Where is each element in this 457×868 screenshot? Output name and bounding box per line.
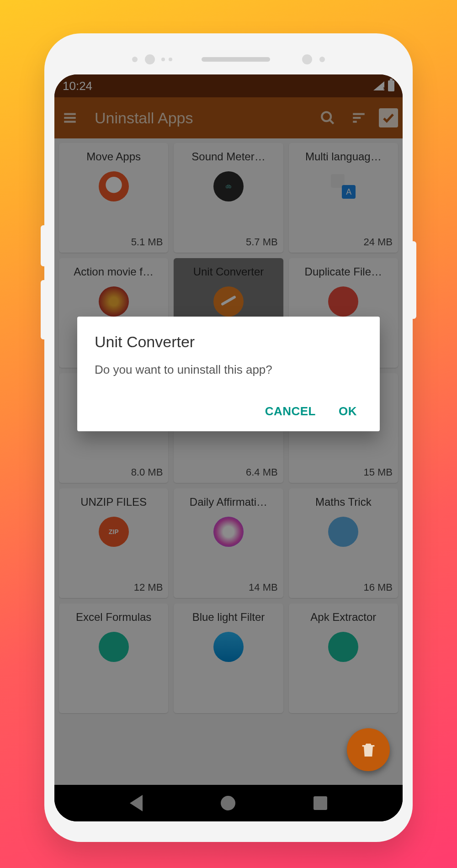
dialog-title: Unit Converter xyxy=(95,333,362,351)
ok-button[interactable]: OK xyxy=(339,404,357,418)
modal-scrim[interactable] xyxy=(54,74,403,821)
phone-side-button xyxy=(41,225,45,266)
screen: 10:24 × Uninstall Apps Move Apps5 xyxy=(54,74,403,821)
cancel-button[interactable]: CANCEL xyxy=(265,404,316,418)
phone-sensors xyxy=(44,54,413,64)
phone-frame: 10:24 × Uninstall Apps Move Apps5 xyxy=(44,33,413,842)
uninstall-dialog: Unit Converter Do you want to uninstall … xyxy=(77,317,380,431)
dialog-message: Do you want to uninstall this app? xyxy=(95,363,362,377)
phone-side-button xyxy=(412,241,416,319)
trash-icon xyxy=(359,741,377,759)
delete-fab[interactable] xyxy=(347,728,390,771)
phone-side-button xyxy=(41,280,45,339)
